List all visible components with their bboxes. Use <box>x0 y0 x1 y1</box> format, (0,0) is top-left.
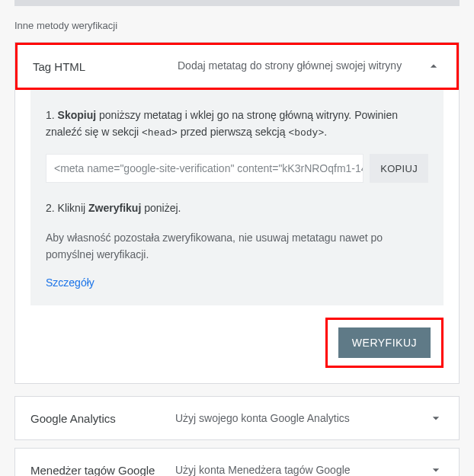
meta-tag-row: <meta name="google-site-verification" co… <box>46 154 428 183</box>
step-2-text: 2. Kliknij Zweryfikuj poniżej. <box>46 200 428 216</box>
step-1-text: 1. Skopiuj poniższy metatag i wklej go n… <box>46 107 428 142</box>
accordion-header-gtm[interactable]: Menedżer tagów Google Użyj konta Menedże… <box>15 449 459 476</box>
accordion-google-analytics: Google Analytics Użyj swojego konta Goog… <box>14 396 460 440</box>
chevron-down-icon <box>428 462 444 476</box>
accordion-description: Dodaj metatag do strony głównej swojej w… <box>178 59 411 74</box>
accordion-header-tag-html[interactable]: Tag HTML Dodaj metatag do strony głównej… <box>15 43 459 90</box>
details-link[interactable]: Szczegóły <box>46 276 94 289</box>
accordion-description: Użyj konta Menedżera tagów Google <box>175 463 413 476</box>
accordion-title: Google Analytics <box>30 412 160 425</box>
accordion-title: Menedżer tagów Google <box>30 464 160 476</box>
verify-highlight-box: WERYFIKUJ <box>325 318 444 368</box>
chevron-down-icon <box>428 411 444 426</box>
persistence-note: Aby własność pozostała zweryfikowana, ni… <box>46 229 428 264</box>
accordion-tag-html: Tag HTML Dodaj metatag do strony głównej… <box>14 42 460 384</box>
meta-tag-input[interactable]: <meta name="google-site-verification" co… <box>46 154 364 183</box>
accordion-header-ga[interactable]: Google Analytics Użyj swojego konta Goog… <box>15 397 459 439</box>
chevron-up-icon <box>426 59 441 74</box>
accordion-panel-tag-html: 1. Skopiuj poniższy metatag i wklej go n… <box>30 90 444 305</box>
verify-button[interactable]: WERYFIKUJ <box>338 327 431 358</box>
top-divider <box>14 0 460 6</box>
copy-button[interactable]: KOPIUJ <box>370 154 428 183</box>
section-label: Inne metody weryfikacji <box>14 20 473 31</box>
accordion-description: Użyj swojego konta Google Analytics <box>175 411 413 426</box>
accordion-gtm: Menedżer tagów Google Użyj konta Menedże… <box>14 448 460 476</box>
verify-button-wrap: WERYFIKUJ <box>30 318 444 368</box>
accordion-title: Tag HTML <box>33 60 162 73</box>
